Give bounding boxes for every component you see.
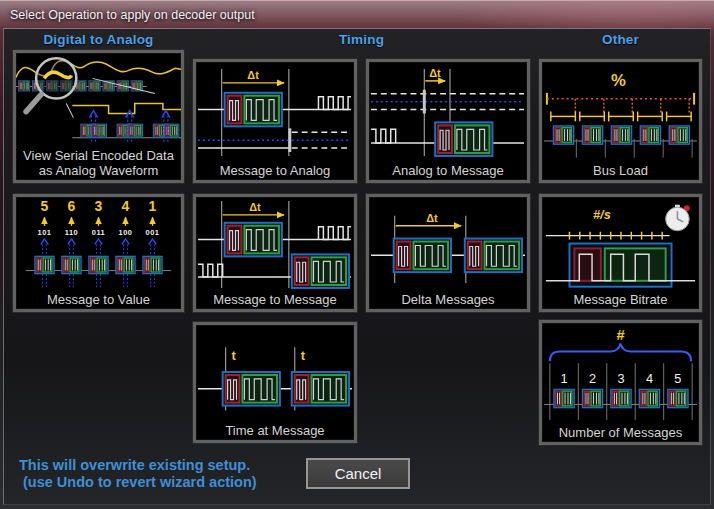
tile-analog-to-message[interactable]: Δt Analog to Message (366, 59, 530, 183)
tile-time-at-message[interactable]: t t Time at Message (193, 322, 357, 443)
message-to-message-icon: Δt (196, 197, 354, 292)
section-header-timing: Timing (193, 32, 530, 50)
message-number: 2 (589, 371, 596, 386)
message-bitrate-icon: #/s (542, 197, 699, 292)
tile-number-of-messages[interactable]: # 1 2 3 4 5 Number of Messages (539, 320, 702, 445)
binary-label: 100 (119, 228, 133, 237)
dialog-window: Select Operation to apply on decoder out… (0, 0, 714, 509)
value-label: 1 (149, 198, 157, 214)
tile-message-to-message[interactable]: Δt Message to Message (193, 194, 357, 312)
dialog-body: Digital to Analog Timing Other (3, 28, 711, 505)
tile-label: Number of Messages (542, 425, 699, 442)
tile-label: Bus Load (542, 163, 699, 180)
overwrite-warning-line2: (use Undo to revert wizard action) (19, 474, 257, 491)
value-label: 5 (41, 198, 49, 214)
time-annotation-left: t (232, 348, 237, 363)
tile-label: Time at Message (196, 423, 354, 440)
binary-label: 110 (65, 228, 78, 237)
message-number: 3 (617, 371, 624, 386)
number-of-messages-icon: # 1 2 3 4 5 (542, 323, 699, 425)
tile-label: Message to Value (16, 292, 181, 309)
time-at-message-icon: t t (196, 325, 354, 423)
view-serial-encoded-data-icon (16, 53, 181, 148)
value-label: 4 (122, 198, 130, 214)
tile-bus-load[interactable]: % Bus Load (539, 59, 702, 183)
section-header-digital-to-analog: Digital to Analog (13, 32, 184, 50)
brace-icon (550, 344, 691, 362)
tile-view-serial-encoded-data[interactable]: View Serial Encoded Data as Analog Wavef… (13, 50, 184, 183)
stopwatch-icon (666, 205, 690, 231)
cancel-button[interactable]: Cancel (306, 458, 410, 489)
delta-t-annotation: Δt (247, 69, 259, 81)
tile-label: View Serial Encoded Data as Analog Wavef… (16, 148, 181, 180)
binary-label: 011 (92, 228, 105, 237)
bus-load-icon: % (542, 62, 699, 163)
delta-messages-icon: Δt (369, 197, 527, 292)
analog-to-message-icon: Δt (369, 62, 527, 163)
message-number: 5 (674, 371, 681, 386)
tile-label: Analog to Message (369, 163, 527, 180)
message-number: 1 (561, 371, 568, 386)
value-label: 6 (68, 198, 76, 214)
tile-label: Delta Messages (369, 292, 527, 309)
delta-t-annotation: Δt (429, 67, 441, 79)
delta-t-annotation: Δt (249, 201, 261, 213)
tile-message-bitrate[interactable]: #/s Message Bitrate (539, 194, 702, 312)
section-header-other: Other (539, 32, 702, 50)
tile-delta-messages[interactable]: Δt Delta Messages (366, 194, 530, 312)
dialog-title: Select Operation to apply on decoder out… (10, 8, 255, 22)
tile-label: Message to Analog (196, 163, 354, 180)
titlebar: Select Operation to apply on decoder out… (3, 3, 711, 27)
message-number: 4 (646, 371, 653, 386)
tile-message-to-value[interactable]: 5 6 3 4 1 101 110 011 100 001 (13, 194, 184, 312)
tile-label: Message Bitrate (542, 292, 699, 309)
count-annotation: # (616, 327, 624, 343)
delta-t-annotation: Δt (426, 212, 438, 224)
binary-label: 101 (38, 228, 52, 237)
message-to-analog-icon: Δt (196, 62, 354, 163)
time-annotation-right: t (301, 348, 306, 363)
overwrite-warning-line1: This will overwrite existing setup. (19, 457, 257, 474)
tile-message-to-analog[interactable]: Δt Message to Analog (193, 59, 357, 183)
binary-label: 001 (146, 228, 160, 237)
count-per-second-annotation: #/s (593, 207, 611, 222)
message-to-value-icon: 5 6 3 4 1 101 110 011 100 001 (16, 197, 181, 292)
tile-label: Message to Message (196, 292, 354, 309)
value-label: 3 (95, 198, 103, 214)
percent-annotation: % (611, 71, 626, 90)
overwrite-warning: This will overwrite existing setup. (use… (19, 457, 257, 491)
